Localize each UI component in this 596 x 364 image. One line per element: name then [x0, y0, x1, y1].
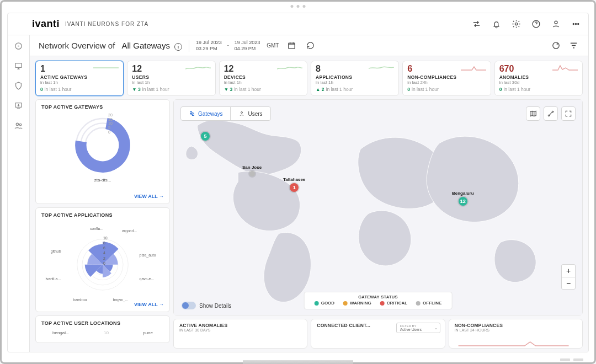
legend-item: WARNING	[343, 301, 371, 306]
map-pin[interactable]: 5	[201, 132, 210, 141]
chevron-down-icon: ⌄	[434, 326, 438, 330]
map-pin[interactable]: San Jose	[242, 165, 262, 176]
metric-card[interactable]: 12 DEVICESin last 1h ▼ 3in last 1 hour	[219, 61, 307, 96]
card-active-anomalies: ACTIVE ANOMALIES IN LAST 30 DAYS	[173, 319, 307, 349]
metric-card[interactable]: 1 ACTIVE GATEWAYSin last 1h 0in last 1 h…	[35, 61, 124, 96]
svg-text:0: 0	[103, 261, 105, 265]
map-tabs: Gateways Users	[180, 106, 271, 121]
card-top-gateways: TOP ACTIVE GATEWAYS 20151050 zta-dfs...	[35, 99, 170, 204]
info-icon[interactable]: i	[174, 43, 182, 51]
svg-text:argocd...: argocd...	[122, 229, 137, 233]
nav-monitor-icon[interactable]	[13, 60, 25, 72]
svg-text:10: 10	[103, 236, 108, 240]
help-icon[interactable]	[530, 18, 542, 30]
more-icon[interactable]	[570, 18, 582, 30]
zoom-out[interactable]: −	[562, 277, 575, 289]
nav-rail	[8, 35, 30, 352]
route-icon[interactable]	[544, 106, 558, 121]
svg-text:pisa_auto: pisa_auto	[140, 253, 156, 258]
map-card: Gateways Users	[173, 99, 583, 315]
tab-users[interactable]: Users	[230, 107, 270, 120]
map-pin[interactable]: Tallahasee1	[283, 177, 305, 192]
map-legend: GATEWAY STATUS GOODWARNINGCRITICALOFFLIN…	[304, 292, 453, 309]
svg-text:6: 6	[103, 246, 105, 250]
user-icon[interactable]	[550, 18, 562, 30]
map-view-icon[interactable]	[526, 106, 540, 121]
timezone-label: GMT	[267, 42, 279, 49]
swap-icon[interactable]	[470, 18, 482, 30]
svg-text:ivanti.a...: ivanti.a...	[45, 277, 61, 281]
svg-text:conflu...: conflu...	[90, 227, 103, 231]
app-window: ivanti IVANTI NEURONS FOR ZTA	[7, 13, 589, 352]
svg-point-41	[552, 111, 553, 112]
card-top-apps: TOP ACTIVE APPLICATIONS	[35, 207, 170, 312]
svg-point-10	[19, 124, 22, 126]
metric-card[interactable]: 6 NON-COMPLIANCESin last 24h 0in last 1 …	[402, 61, 491, 96]
svg-point-2	[555, 21, 557, 24]
card-top-user-locations: TOP ACTIVE USER LOCATIONS bengal... 10 p…	[35, 315, 170, 343]
svg-point-39	[241, 112, 243, 114]
nav-security-icon[interactable]	[13, 79, 25, 92]
bell-icon[interactable]	[490, 18, 502, 30]
show-details-toggle[interactable]: Show Details	[182, 302, 231, 309]
metric-card[interactable]: 12 USERSin last 1h ▼ 3in last 1 hour	[127, 61, 215, 96]
svg-point-4	[575, 23, 576, 24]
svg-text:2: 2	[103, 256, 105, 260]
nav-download-icon[interactable]	[13, 99, 25, 111]
svg-text:bngvc_...: bngvc_...	[113, 298, 129, 302]
product-name: IVANTI NEURONS FOR ZTA	[65, 21, 148, 27]
svg-rect-7	[15, 63, 22, 67]
zoom-control: + −	[561, 264, 576, 290]
svg-text:4: 4	[103, 251, 105, 255]
svg-point-40	[548, 115, 549, 116]
refresh-icon[interactable]	[304, 40, 316, 52]
svg-rect-11	[289, 43, 295, 49]
svg-rect-37	[190, 112, 192, 114]
scope-selector[interactable]: All Gateways i	[121, 41, 182, 51]
viewall-apps[interactable]: VIEW ALL →	[134, 302, 164, 307]
brand-logo: ivanti	[32, 18, 60, 30]
filter-dropdown[interactable]: FILTER BY Active Users ⌄	[396, 323, 440, 333]
svg-point-3	[573, 23, 574, 24]
refresh-cycle-icon[interactable]	[550, 40, 562, 52]
svg-point-12	[552, 42, 558, 49]
viewall-gateways[interactable]: VIEW ALL →	[134, 194, 164, 199]
gear-icon[interactable]	[510, 18, 522, 30]
world-map[interactable]	[174, 100, 582, 315]
donut-chart: 20151050 zta-dfs...	[70, 112, 136, 178]
filter-icon[interactable]	[567, 40, 579, 52]
zoom-in[interactable]: +	[562, 265, 575, 277]
svg-rect-38	[193, 114, 194, 116]
map-pin[interactable]: Bengaluru12	[452, 191, 474, 206]
nav-overview-icon[interactable]	[13, 40, 25, 52]
subheader: Network Overview of All Gateways i 19 Ju…	[30, 35, 588, 56]
metric-card[interactable]: 670 ANOMALIESin last 30d 0in last 1 hour	[494, 61, 583, 96]
svg-point-5	[577, 23, 578, 24]
legend-item: CRITICAL	[380, 301, 407, 306]
app-launcher-icon[interactable]	[14, 18, 26, 30]
svg-text:bamboo: bamboo	[73, 298, 87, 302]
legend-item: GOOD	[315, 301, 334, 306]
metric-card[interactable]: 8 APPLICATIONSin last 1h ▲ 2in last 1 ho…	[311, 61, 399, 96]
card-connected-clients: CONNECTED CLIENT... FILTER BY Active Use…	[311, 319, 445, 349]
metrics-row: 1 ACTIVE GATEWAYSin last 1h 0in last 1 h…	[30, 56, 588, 99]
fullscreen-icon[interactable]	[561, 106, 576, 121]
topbar: ivanti IVANTI NEURONS FOR ZTA	[8, 13, 588, 35]
polar-chart: conflu... argocd... pisa_auto qavc-e... …	[41, 220, 164, 307]
svg-text:github: github	[51, 249, 61, 254]
svg-text:qavc-e...: qavc-e...	[140, 277, 155, 281]
svg-text:8: 8	[103, 241, 105, 245]
svg-point-0	[515, 23, 517, 25]
date-range[interactable]: 19 Jul 202303.29 PM - 19 Jul 202304.29 P…	[196, 40, 260, 52]
page-title-prefix: Network Overview of	[39, 41, 115, 50]
svg-point-9	[16, 123, 18, 125]
calendar-icon[interactable]	[285, 40, 297, 52]
tab-gateways[interactable]: Gateways	[181, 107, 230, 120]
card-non-compliances: NON-COMPLIANCES IN LAST 24 HOURS	[449, 319, 583, 349]
legend-item: OFFLINE	[416, 301, 441, 306]
nav-users-icon[interactable]	[13, 119, 25, 131]
